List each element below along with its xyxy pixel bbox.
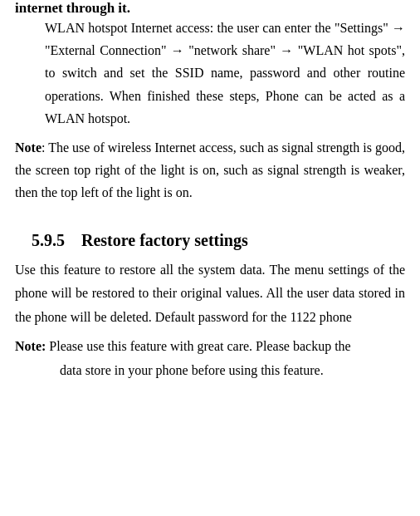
note1-text: The use of wireless Internet access, suc… — [15, 140, 405, 199]
note1-label: Note — [15, 140, 42, 155]
section-title: Restore factory settings — [81, 231, 248, 249]
section-body-text: Use this feature to restore all the syst… — [15, 263, 405, 325]
indent-line: data store in your phone before using th… — [15, 359, 405, 383]
intro-bold-text: internet through it. — [15, 0, 130, 16]
note2-label: Note: — [15, 339, 46, 353]
note2-text: Please use this feature with great care.… — [46, 339, 350, 353]
intro-paragraph-text: WLAN hotspot Internet access: the user c… — [45, 21, 405, 125]
intro-paragraph: WLAN hotspot Internet access: the user c… — [45, 17, 405, 130]
intro-bold-line: internet through it. — [15, 0, 405, 17]
note1-paragraph: Note: The use of wireless Internet acces… — [15, 136, 405, 204]
section-heading: 5.9.5 Restore factory settings — [15, 231, 405, 250]
indent-text: data store in your phone before using th… — [60, 363, 324, 377]
section-number: 5.9.5 — [32, 231, 65, 249]
section-body: Use this feature to restore all the syst… — [15, 258, 405, 330]
note2-paragraph: Note: Please use this feature with great… — [15, 335, 405, 359]
